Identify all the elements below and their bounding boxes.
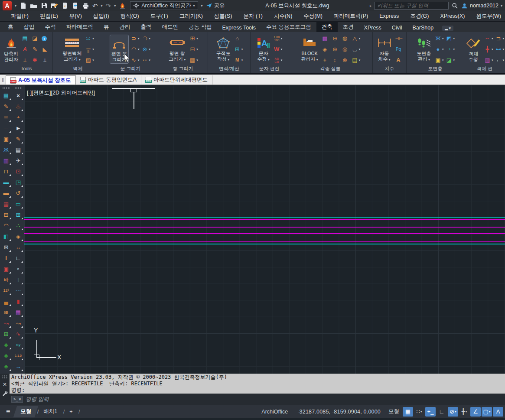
door-plan-icon[interactable]: ◠ — [1, 220, 11, 231]
menu-item[interactable]: 문자 (T) — [238, 11, 268, 21]
app-logo[interactable]: A — [3, 1, 12, 10]
furniture-bed-icon[interactable]: ▄ — [1, 296, 11, 306]
search-input[interactable] — [374, 2, 449, 10]
tabbar-grip[interactable]: ‖ — [1, 77, 6, 85]
drawing-line-cyan[interactable] — [24, 244, 505, 244]
archioffice-flame-icon[interactable] — [119, 2, 126, 10]
drawing-line-magenta[interactable] — [24, 241, 505, 242]
open-folder-icon[interactable] — [30, 2, 37, 10]
revision-arrow-icon[interactable]: ↝ — [1, 318, 11, 328]
ribbon-tab[interactable]: 공동 작업 — [183, 22, 217, 32]
panel-label[interactable]: 면적/계산 — [208, 65, 250, 73]
calc-ops-icon[interactable]: ± — [13, 112, 23, 122]
ribbon-small-icon[interactable]: ▩ — [321, 35, 330, 42]
wall-join-icon[interactable]: ⊟ — [1, 209, 11, 220]
ribbon-tab[interactable]: 주석 — [40, 22, 61, 32]
drawing-line-magenta[interactable] — [24, 219, 505, 220]
ribbon-small-icon[interactable]: ╦ — [85, 46, 94, 53]
title-expand-arrow-icon[interactable]: ▸ — [370, 4, 371, 8]
ribbon-small-icon[interactable]: AB CB — [273, 57, 283, 63]
block-box-icon[interactable]: ▣ — [1, 133, 11, 144]
ribbon-small-icon[interactable]: ◈ — [321, 46, 330, 53]
beam-icon[interactable]: I — [1, 253, 11, 263]
panel-label[interactable]: 각종 심볼 — [288, 65, 372, 73]
copy-icon[interactable]: ◳ — [13, 177, 23, 187]
ribbon-tab[interactable]: 뷰 — [98, 22, 114, 32]
ribbon-small-icon[interactable]: + — [321, 57, 330, 64]
corner-icon[interactable]: ∟ — [13, 253, 23, 263]
ribbon-small-icon[interactable]: ◠ — [141, 35, 151, 42]
annotation-toggle[interactable]: Λ — [493, 407, 503, 417]
ribbon-small-icon[interactable]: ◍ — [341, 35, 350, 42]
freeze-icon[interactable]: Ж — [1, 144, 11, 155]
panel-label[interactable]: 문 그리기 — [103, 65, 158, 73]
ribbon-tab[interactable]: XPress — [359, 23, 387, 32]
ribbon-small-icon[interactable]: ▤ — [351, 57, 361, 64]
ribbon-small-icon[interactable]: ◪ — [31, 35, 40, 42]
drawing-rect[interactable] — [130, 88, 137, 92]
ribbon-small-icon[interactable]: ⊐ — [495, 35, 505, 42]
frame-icon[interactable]: ▣ — [1, 264, 11, 274]
panel-label[interactable]: 벽체 — [53, 65, 103, 73]
viewport-control-label[interactable]: [-][평면도][2D 와이어프레임] — [27, 89, 95, 97]
ortho-mode-toggle[interactable]: ∟ — [437, 407, 447, 417]
ribbon-small-icon[interactable]: ≍ — [85, 35, 94, 42]
wall-orange-icon[interactable]: ▬ — [1, 188, 11, 198]
plan-door-button[interactable]: 평면 문 그리기 — [110, 35, 128, 63]
red-book-icon[interactable]: ▮ — [13, 296, 23, 306]
viewport-layout-icon[interactable]: ▤ — [1, 90, 11, 101]
ribbon-small-icon[interactable]: ▥ — [484, 57, 494, 64]
flame-icon[interactable]: ♨ — [13, 101, 23, 111]
save-as-icon[interactable] — [51, 2, 58, 10]
ribbon-small-icon[interactable]: ⊣⊢ — [395, 35, 404, 42]
ribbon-small-icon[interactable]: △ — [351, 35, 361, 42]
menu-item[interactable]: 삽입(I) — [88, 11, 115, 21]
menu-item[interactable]: 편집(E) — [34, 11, 64, 21]
map-export-icon[interactable]: → — [13, 361, 23, 371]
text-ba-icon[interactable]: 바 — [1, 274, 11, 285]
app-menu-arrow-icon[interactable]: ▾ — [15, 4, 16, 8]
ribbon-tab[interactable]: 건축 — [316, 22, 338, 32]
customize-wrench-icon[interactable] — [2, 390, 8, 396]
ribbon-small-icon[interactable]: ⊜ — [341, 57, 350, 64]
scale-ratio-icon[interactable]: 1:1.5 — [13, 350, 23, 361]
ribbon-small-icon[interactable]: ⊞ — [189, 35, 199, 42]
ribbon-tab[interactable]: Express Tools — [217, 23, 261, 32]
dim-linear-icon[interactable]: ↔ — [13, 242, 23, 252]
rect-icon[interactable]: ▭ — [13, 199, 23, 209]
menu-item[interactable]: 윈도우(W) — [470, 11, 505, 21]
book-icon[interactable]: ⊤ — [13, 274, 23, 285]
menu-item[interactable]: 뷰(V) — [64, 11, 88, 21]
stairs-icon[interactable]: ≋ — [1, 307, 11, 317]
panel-label[interactable]: Tools — [0, 65, 52, 73]
ribbon-small-icon[interactable]: A — [395, 57, 404, 64]
angle-toggle[interactable]: ∠ — [470, 407, 481, 417]
menu-item[interactable]: 조경(G) — [404, 11, 434, 21]
statusbar-app-name[interactable]: ArchiOffice — [256, 409, 293, 415]
menu-item[interactable]: 치수(N) — [268, 11, 298, 21]
ribbon-small-icon[interactable]: ⌂ — [234, 35, 244, 42]
ribbon-small-icon[interactable]: A — [21, 46, 30, 53]
network-icon[interactable]: ⊞ — [1, 329, 11, 339]
ribbon-tab[interactable]: 파라메트릭 — [61, 22, 99, 32]
ribbon-small-icon[interactable]: ✱ — [31, 57, 40, 64]
document-tab[interactable]: DWG A-05 보육시설 창호도 — [6, 75, 76, 85]
menu-item[interactable]: XPress(X) — [434, 11, 470, 21]
dynamic-input-toggle[interactable]: +_ — [425, 407, 436, 417]
ribbon-tab[interactable]: 출력 — [136, 22, 157, 32]
erase-constraint-icon[interactable]: × — [13, 90, 23, 101]
ribbon-collapse-button[interactable]: ▂ ▾ — [442, 26, 453, 31]
menu-item[interactable]: 그리기(K) — [174, 11, 209, 21]
ribbon-small-icon[interactable]: ▤ — [21, 35, 30, 42]
toolbar-grip[interactable] — [14, 87, 22, 89]
ribbon-small-icon[interactable]: ⊞ — [234, 46, 244, 53]
drawing-line-magenta[interactable] — [24, 227, 505, 228]
undo-arrow-icon[interactable]: ▾ — [101, 4, 103, 8]
ribbon-small-icon[interactable]: Ж — [434, 35, 444, 42]
plan-window-button[interactable]: 평면 창 그리기 — [167, 35, 187, 64]
text-edit-button[interactable]: A 문자 수정 — [256, 35, 271, 64]
layer-manager-button[interactable]: 도면층 관리 — [415, 35, 433, 64]
edit-pencil-icon[interactable]: ✎ — [13, 133, 23, 144]
axis-dash-icon[interactable]: ╌ — [1, 123, 11, 133]
panel-label[interactable]: 객체 편 — [464, 65, 505, 73]
